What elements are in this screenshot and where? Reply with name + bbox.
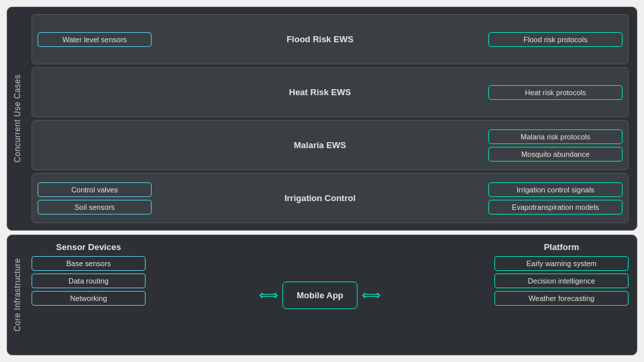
mobile-app-box: Mobile App	[282, 282, 358, 309]
malaria-output-1: Malaria risk protocols	[488, 129, 623, 144]
use-case-heat: Heat Risk EWS Heat risk protocols	[32, 67, 629, 117]
flood-inputs: Water level sensors	[38, 32, 152, 47]
left-arrow: ⟺	[259, 287, 278, 303]
platform-col: Platform Early warning system Decision i…	[494, 242, 629, 348]
irrigation-outputs: Irrigation control signals Evapotranspir…	[488, 182, 623, 215]
core-inner: Sensor Devices Base sensors Data routing…	[32, 242, 629, 348]
flood-title: Flood Risk EWS	[286, 34, 354, 44]
platform-item-1: Early warning system	[494, 256, 629, 271]
heat-title: Heat Risk EWS	[289, 87, 351, 97]
heat-outputs: Heat risk protocols	[488, 85, 623, 100]
use-case-flood: Water level sensors Flood Risk EWS Flood…	[32, 14, 629, 64]
flood-outputs: Flood risk protocols	[488, 32, 623, 47]
irrigation-output-1: Irrigation control signals	[488, 182, 623, 197]
irrigation-input-1: Control valves	[38, 182, 152, 197]
platform-item-3: Weather forecasting	[494, 291, 629, 306]
bottom-section: Core Infrastructure Sensor Devices Base …	[7, 235, 637, 355]
use-case-irrigation: Control valves Soil sensors Irrigation C…	[32, 173, 629, 223]
flood-center: Flood Risk EWS	[156, 34, 484, 44]
heat-output-1: Heat risk protocols	[488, 85, 623, 100]
middle-col: ⟺ Mobile App ⟺	[151, 242, 489, 348]
irrigation-output-2: Evapotranspiration models	[488, 200, 623, 215]
platform-title: Platform	[494, 242, 629, 252]
use-cases-grid: Water level sensors Flood Risk EWS Flood…	[32, 14, 629, 223]
irrigation-center: Irrigation Control	[156, 193, 484, 203]
malaria-title: Malaria EWS	[294, 140, 346, 150]
irrigation-input-2: Soil sensors	[38, 200, 152, 215]
heat-center: Heat Risk EWS	[156, 87, 484, 97]
sensor-item-2: Data routing	[32, 274, 146, 288]
top-section-label: Concurrent Use Cases	[7, 7, 28, 230]
sensor-item-1: Base sensors	[32, 256, 146, 271]
malaria-outputs: Malaria risk protocols Mosquito abundanc…	[488, 129, 623, 162]
sensor-item-3: Networking	[32, 291, 146, 306]
right-arrow: ⟺	[362, 287, 381, 303]
sensor-devices-title: Sensor Devices	[32, 242, 146, 252]
top-section: Concurrent Use Cases Water level sensors…	[7, 7, 637, 231]
use-case-malaria: Malaria EWS Malaria risk protocols Mosqu…	[32, 120, 629, 170]
sensor-devices-col: Sensor Devices Base sensors Data routing…	[32, 242, 146, 348]
flood-input-1: Water level sensors	[38, 32, 152, 47]
irrigation-inputs: Control valves Soil sensors	[38, 182, 152, 215]
diagram-container: Concurrent Use Cases Water level sensors…	[7, 7, 637, 355]
flood-output-1: Flood risk protocols	[488, 32, 623, 47]
malaria-output-2: Mosquito abundance	[488, 147, 623, 162]
bottom-section-label: Core Infrastructure	[7, 235, 28, 355]
irrigation-title: Irrigation Control	[284, 193, 356, 203]
platform-item-2: Decision intelligence	[494, 274, 629, 288]
malaria-center: Malaria EWS	[156, 140, 484, 150]
